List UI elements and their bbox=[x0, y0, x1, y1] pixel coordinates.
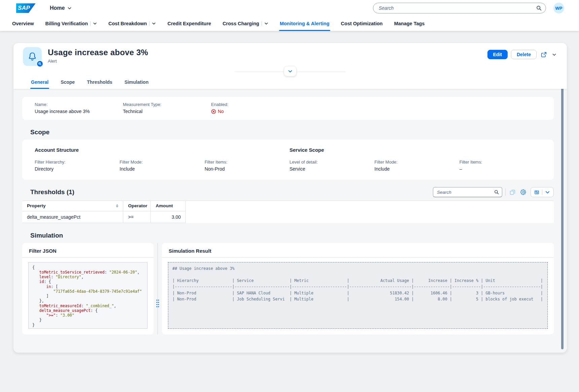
thresholds-table-panel: Property Operator Amount delta_measure_u… bbox=[22, 201, 554, 223]
share-menu-chevron[interactable] bbox=[551, 51, 557, 58]
page-title: Usage increase above 3% bbox=[48, 48, 148, 57]
nav-separator bbox=[149, 21, 149, 26]
table-row[interactable]: delta_measure_usagePct >= 3.00 bbox=[22, 211, 186, 223]
sort-icon[interactable] bbox=[115, 204, 120, 208]
nav-item-label: Cost Breakdown bbox=[108, 21, 147, 26]
column-header-operator[interactable]: Operator bbox=[123, 201, 151, 211]
page-subtitle: Alert bbox=[48, 59, 148, 64]
simulation-heading: Simulation bbox=[30, 232, 554, 239]
delete-button[interactable]: Delete bbox=[511, 50, 537, 59]
search-icon[interactable] bbox=[494, 190, 499, 194]
grip-icon bbox=[156, 299, 160, 308]
scope-panel: Account Structure Service Scope Filter H… bbox=[22, 140, 554, 180]
nav-item-monitoring-alerting[interactable]: Monitoring & Alerting bbox=[280, 16, 330, 31]
avatar[interactable]: WP bbox=[553, 3, 564, 13]
nav-item-label: Cost Optimization bbox=[341, 21, 383, 26]
sap-logo-shape: SAP bbox=[16, 3, 36, 13]
shell-search-input[interactable] bbox=[379, 5, 536, 11]
search-icon[interactable] bbox=[536, 5, 542, 11]
field-label: Name: bbox=[35, 102, 123, 107]
nav-separator bbox=[262, 21, 262, 26]
field-value: Service bbox=[290, 166, 374, 172]
nav-item-label: Billing Verification bbox=[45, 21, 88, 26]
tab-thresholds[interactable]: Thresholds bbox=[86, 77, 113, 89]
filter-json-panel: Filter JSON { toMetric_toService_retriev… bbox=[22, 243, 154, 334]
thresholds-heading: Thresholds (1) bbox=[30, 188, 74, 196]
nav-item-cost-optimization[interactable]: Cost Optimization bbox=[341, 16, 383, 31]
vertical-scrollbar[interactable] bbox=[561, 81, 564, 349]
field-label: Filter Mode: bbox=[120, 159, 204, 165]
edit-button[interactable]: Edit bbox=[487, 50, 508, 59]
nav-item-cross-charging[interactable]: Cross Charging bbox=[223, 16, 268, 31]
field-label: Filter Items: bbox=[459, 159, 544, 165]
thresholds-search-input[interactable] bbox=[437, 190, 494, 195]
zoom-in-icon bbox=[38, 62, 42, 66]
filter-json-title: Filter JSON bbox=[22, 243, 154, 257]
toolbar-separator bbox=[505, 188, 506, 196]
nav-item-overview[interactable]: Overview bbox=[12, 16, 34, 31]
column-header-property[interactable]: Property bbox=[22, 201, 123, 211]
nav-separator bbox=[90, 21, 91, 26]
settings-button[interactable] bbox=[519, 188, 527, 196]
nav-item-label: Monitoring & Alerting bbox=[280, 21, 330, 26]
export-table-button[interactable] bbox=[532, 188, 542, 196]
detail-tabs: General Scope Thresholds Simulation bbox=[30, 77, 557, 89]
field-measurement-type: Measurement Type: Technical bbox=[123, 102, 211, 114]
gear-icon bbox=[520, 189, 526, 195]
scope-heading: Scope bbox=[30, 129, 554, 136]
nav-item-label: Cross Charging bbox=[223, 21, 259, 26]
thresholds-toolbar bbox=[433, 187, 554, 197]
field-value: Technical bbox=[123, 109, 211, 114]
field-label: Filter Mode: bbox=[374, 159, 459, 165]
field-value: Usage increase above 3% bbox=[35, 109, 123, 114]
nav-item-billing-verification[interactable]: Billing Verification bbox=[45, 16, 97, 31]
chevron-down-icon bbox=[552, 52, 556, 57]
chevron-down-icon bbox=[67, 6, 72, 10]
chevron-down-icon[interactable] bbox=[152, 22, 156, 26]
field-enabled: Enabled: No bbox=[211, 102, 544, 114]
cell-amount: 3.00 bbox=[151, 211, 186, 223]
divider bbox=[22, 257, 154, 258]
splitter-handle[interactable] bbox=[154, 243, 162, 334]
status-badge: No bbox=[211, 109, 544, 114]
home-menu-button[interactable]: Home bbox=[50, 5, 72, 11]
tab-general[interactable]: General bbox=[30, 77, 49, 89]
copy-button[interactable] bbox=[509, 188, 516, 196]
home-menu-label: Home bbox=[50, 5, 65, 11]
field-filter-items-service: Filter Items: – bbox=[459, 159, 544, 172]
field-filter-mode-account: Filter Mode: Include bbox=[120, 159, 204, 172]
export-menu-chevron[interactable] bbox=[542, 188, 553, 196]
nav-item-label: Credit Expenditure bbox=[167, 21, 211, 26]
column-header-amount[interactable]: Amount bbox=[151, 201, 186, 211]
sap-logo[interactable]: SAP bbox=[16, 3, 36, 13]
cell-operator: >= bbox=[123, 211, 151, 223]
share-button[interactable] bbox=[540, 51, 548, 59]
page-container: Usage increase above 3% Alert Edit Delet… bbox=[0, 31, 579, 353]
field-label: Filter Hierarchy: bbox=[35, 159, 120, 165]
nav-item-manage-tags[interactable]: Manage Tags bbox=[394, 16, 425, 31]
chevron-down-icon[interactable] bbox=[264, 22, 268, 26]
group-title-account-structure: Account Structure bbox=[35, 147, 290, 153]
nav-item-cost-breakdown[interactable]: Cost Breakdown bbox=[108, 16, 156, 31]
field-filter-items-account: Filter Items: Non-Prod bbox=[205, 159, 290, 172]
simulation-result-panel: Simulation Result ## Usage increase abov… bbox=[162, 243, 554, 334]
collapse-header-button[interactable] bbox=[284, 66, 297, 76]
tab-simulation[interactable]: Simulation bbox=[124, 77, 149, 89]
thresholds-header-row: Thresholds (1) bbox=[22, 180, 554, 198]
field-level-of-detail: Level of detail: Service bbox=[290, 159, 374, 172]
column-label: Property bbox=[27, 203, 46, 208]
chevron-down-icon[interactable] bbox=[93, 22, 97, 26]
share-icon bbox=[541, 52, 547, 58]
simulation-result-title: Simulation Result bbox=[162, 243, 554, 257]
field-value: Non-Prod bbox=[205, 166, 290, 172]
thresholds-table: Property Operator Amount delta_measure_u… bbox=[22, 201, 186, 223]
field-label: Level of detail: bbox=[290, 159, 374, 165]
shell-search[interactable] bbox=[373, 3, 546, 13]
field-name: Name: Usage increase above 3% bbox=[35, 102, 123, 114]
divider bbox=[162, 257, 554, 258]
nav-item-credit-expenditure[interactable]: Credit Expenditure bbox=[167, 16, 211, 31]
thresholds-search[interactable] bbox=[433, 187, 502, 197]
chevron-down-icon bbox=[545, 190, 550, 195]
tab-scope[interactable]: Scope bbox=[60, 77, 75, 89]
shell-bar: SAP Home WP bbox=[0, 0, 579, 16]
